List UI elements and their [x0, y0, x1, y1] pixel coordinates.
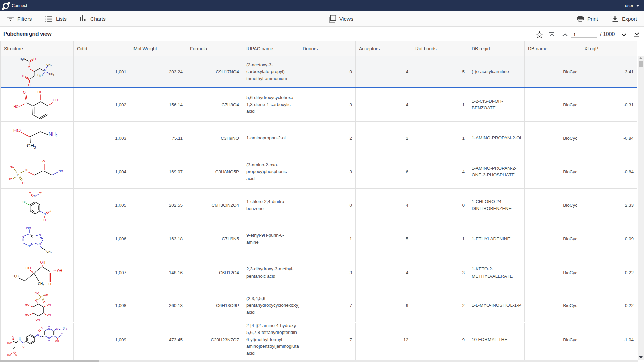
svg-text:O: O [43, 301, 46, 304]
svg-text:P: P [17, 173, 19, 176]
svg-text:HO: HO [25, 303, 30, 306]
svg-text:HO: HO [13, 127, 21, 133]
svg-text:H: H [48, 339, 50, 342]
svg-text:OH: OH [47, 303, 51, 306]
svg-text:-: - [31, 82, 32, 85]
svg-text:-: - [41, 191, 42, 193]
svg-text:N: N [44, 212, 46, 216]
svg-text:HO: HO [25, 313, 30, 316]
svg-text:+: + [46, 68, 48, 70]
svg-text:N: N [34, 194, 36, 198]
svg-text:O: O [28, 65, 30, 69]
svg-text:H3C: H3C [20, 57, 25, 61]
svg-text:CH3: CH3 [46, 250, 52, 254]
svg-text:NH2: NH2 [58, 169, 64, 173]
svg-text:N: N [39, 242, 41, 246]
svg-text:CH3: CH3 [49, 72, 54, 76]
svg-text:O: O [33, 57, 36, 61]
svg-text:HO: HO [7, 341, 11, 344]
svg-text:H: H [48, 325, 50, 328]
svg-text:OH: OH [38, 90, 43, 94]
svg-text:-: - [46, 217, 47, 220]
svg-text:OH: OH [55, 340, 59, 343]
svg-text:H3C: H3C [13, 274, 19, 279]
svg-text:O: O [15, 353, 17, 356]
svg-text:H: H [19, 337, 21, 339]
svg-text:HO: HO [8, 177, 12, 181]
svg-text:O: O [12, 336, 14, 339]
svg-text:OH: OH [36, 318, 40, 321]
svg-text:CH3: CH3 [26, 143, 36, 149]
svg-text:NH2: NH2 [48, 131, 58, 138]
svg-text:O: O [22, 74, 24, 78]
svg-text:OH: OH [40, 261, 45, 264]
svg-text:NH2: NH2 [63, 327, 67, 330]
svg-text:N: N [61, 332, 63, 335]
svg-text:O: O [49, 282, 51, 286]
svg-text:O: O [28, 83, 30, 87]
svg-text:O: O [23, 90, 26, 94]
svg-text:HO: HO [7, 353, 11, 356]
svg-text:N: N [56, 327, 58, 330]
svg-text:H3C: H3C [37, 73, 43, 77]
svg-text:OH: OH [44, 293, 48, 296]
svg-text:OH: OH [53, 98, 58, 102]
svg-text:N: N [28, 244, 30, 248]
svg-text:CH3: CH3 [46, 63, 52, 67]
svg-text:O: O [25, 168, 27, 172]
svg-text:O: O [39, 191, 41, 195]
svg-text:O: O [23, 345, 25, 348]
svg-text:O: O [35, 298, 37, 301]
svg-text:P: P [40, 295, 42, 299]
svg-text:HO: HO [14, 105, 19, 109]
svg-text:HO: HO [26, 266, 31, 270]
svg-text:O: O [49, 209, 51, 213]
svg-text:OH: OH [57, 269, 62, 273]
svg-text:O: O [29, 191, 31, 195]
svg-text:HO: HO [10, 165, 14, 168]
svg-text:N: N [39, 233, 41, 237]
svg-text:N: N [48, 327, 50, 330]
svg-text:O: O [22, 181, 24, 185]
svg-text:N: N [22, 235, 24, 238]
svg-text:OH: OH [47, 313, 51, 316]
svg-text:O: O [42, 159, 45, 163]
svg-text:O: O [43, 218, 46, 222]
svg-text:HO: HO [35, 291, 39, 294]
svg-text:CH3: CH3 [38, 282, 44, 286]
svg-text:Cl: Cl [23, 200, 26, 204]
svg-text:O: O [41, 327, 43, 330]
svg-text:NH2: NH2 [26, 226, 32, 230]
